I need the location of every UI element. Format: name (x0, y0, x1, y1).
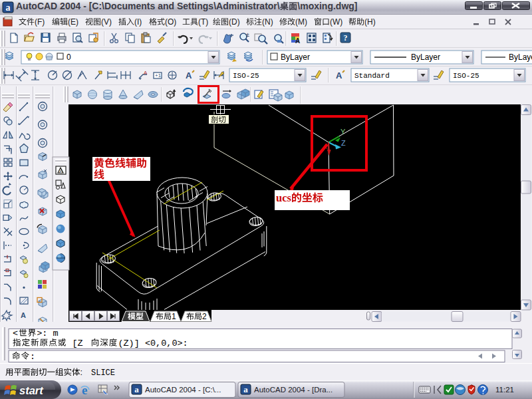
svg-text:>: m: >: m (37, 329, 58, 338)
svg-text:SLICE: SLICE (91, 368, 115, 378)
svg-text:2: 2 (202, 312, 207, 321)
svg-text:AutoCAD 2004 - [Dra...: AutoCAD 2004 - [Dra... (254, 386, 332, 394)
svg-text:A: A (59, 168, 63, 174)
svg-text:e: e (82, 383, 87, 397)
svg-text:[Z: [Z (66, 338, 88, 348)
svg-text:1: 1 (172, 312, 176, 321)
svg-text::: : (80, 368, 82, 377)
svg-text:Z: Z (341, 139, 346, 147)
svg-text:11:21: 11:21 (495, 386, 514, 394)
svg-text:start: start (19, 384, 44, 396)
svg-text:Y: Y (340, 128, 346, 136)
svg-text:<: < (13, 329, 18, 338)
svg-text:(Z)] <0,0,0>:: (Z)] <0,0,0>: (118, 338, 188, 348)
svg-text:AutoCAD 2004 - [C:\...: AutoCAD 2004 - [C:\... (145, 386, 221, 394)
svg-text:a: a (134, 384, 139, 394)
svg-text::: : (30, 352, 35, 362)
svg-text:A: A (21, 311, 26, 319)
svg-text:a: a (243, 384, 248, 394)
svg-text:ucs: ucs (276, 192, 292, 204)
